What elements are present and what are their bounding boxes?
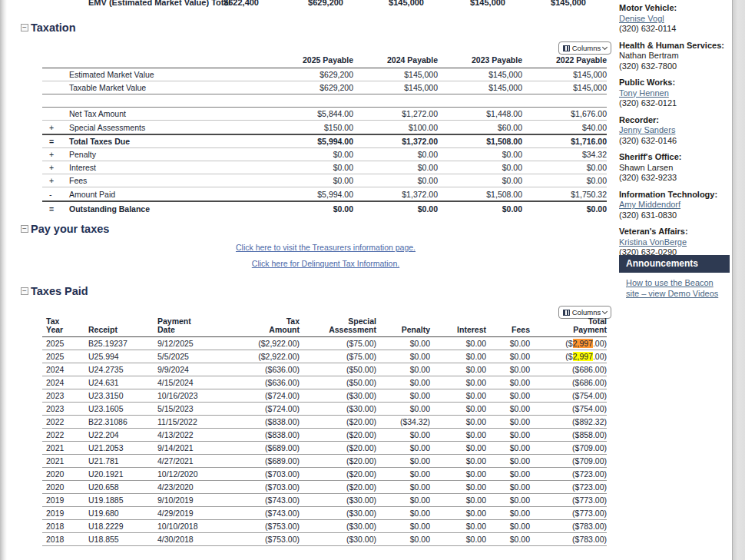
- row-label: Outstanding Balance: [69, 204, 269, 214]
- cell-total-payment: ($723.00): [530, 482, 607, 492]
- collapse-minus-icon[interactable]: [21, 24, 28, 31]
- contact-phone: (320) 632-0114: [619, 24, 731, 35]
- cell-tax-year: 2024: [42, 365, 88, 374]
- columns-dropdown-taxation[interactable]: Columns: [558, 41, 611, 55]
- contact-block: Sheriff's Office:Shawn Larsen(320) 632-9…: [619, 152, 731, 184]
- cell-payment-date: 11/15/2022: [157, 417, 215, 426]
- table-row: 2019U19.18859/10/2019($743.00)($30.00)$0…: [42, 494, 607, 507]
- column-header: Tax Amount: [215, 317, 300, 334]
- cell-fees: $0.00: [486, 509, 530, 518]
- beacon-demo-videos-link[interactable]: How to use the Beacon site – view Demo V…: [626, 277, 728, 299]
- row-operator: +: [42, 176, 69, 185]
- contact-department: Motor Vehicle:: [619, 3, 731, 14]
- cell-tax-year: 2025: [42, 339, 88, 348]
- cell-interest: $0.00: [430, 417, 486, 426]
- section-header-taxation[interactable]: Taxation: [21, 22, 76, 34]
- vertical-scrollbar[interactable]: [732, 0, 745, 560]
- collapse-minus-icon[interactable]: [21, 287, 28, 295]
- cell-interest: $0.00: [430, 404, 486, 413]
- table-row: -Amount Paid$5,994.00$1,372.00$1,508.00$…: [42, 187, 607, 200]
- row-label: Interest: [69, 163, 269, 172]
- contact-department: Veteran's Affairs:: [619, 227, 731, 237]
- column-header: Total Payment: [530, 317, 607, 334]
- contact-block: Motor Vehicle:Denise Vogl(320) 632-0114: [619, 3, 731, 35]
- table-row: 2020U20.6584/23/2020($703.00)($20.00)$0.…: [42, 481, 607, 494]
- contact-department: Sheriff's Office:: [619, 152, 731, 163]
- contact-block: Health & Human Services:Nathan Bertram(3…: [619, 41, 731, 72]
- column-header: 2025 Payable: [269, 55, 353, 65]
- cell-interest: $0.00: [430, 339, 486, 348]
- row-value: $0.00: [438, 150, 522, 159]
- row-label: Amount Paid: [69, 190, 269, 199]
- table-row: 2020U20.192110/12/2020($703.00)($20.00)$…: [42, 468, 607, 481]
- row-value: $1,372.00: [353, 137, 438, 146]
- cell-penalty: $0.00: [376, 495, 430, 505]
- chevron-down-icon: [602, 308, 608, 313]
- cell-penalty: $0.00: [376, 522, 430, 531]
- cell-interest: $0.00: [430, 495, 486, 505]
- contact-person-link[interactable]: Jenny Sanders: [619, 125, 675, 134]
- table-row: 2024U24.6314/15/2024($636.00)($50.00)$0.…: [42, 376, 607, 389]
- cell-penalty: $0.00: [376, 378, 430, 387]
- cell-interest: $0.00: [430, 469, 486, 479]
- column-header: Tax Year: [42, 317, 88, 334]
- cell-total-payment: ($709.00): [530, 443, 607, 452]
- cell-special-assessment: ($20.00): [300, 482, 376, 492]
- cell-tax-amount: ($703.00): [215, 469, 300, 479]
- cell-special-assessment: ($75.00): [300, 339, 376, 348]
- contact-person-link[interactable]: Denise Vogl: [619, 14, 664, 23]
- collapse-minus-icon[interactable]: [21, 225, 28, 233]
- table-spacer-row: [42, 94, 607, 108]
- column-header: Payment Date: [157, 317, 215, 334]
- row-value: $5,994.00: [269, 190, 353, 199]
- section-header-pay-your-taxes[interactable]: Pay your taxes: [21, 223, 109, 235]
- contact-person-name: Shawn Larsen: [619, 163, 731, 174]
- table-row: 2018U18.222910/10/2018($753.00)($30.00)$…: [42, 520, 607, 533]
- section-header-taxes-paid[interactable]: Taxes Paid: [21, 285, 88, 297]
- column-header: Fees: [486, 326, 530, 334]
- cell-receipt: U24.2735: [88, 365, 157, 374]
- cell-penalty: $0.00: [376, 482, 430, 492]
- search-highlight: 2,997: [573, 339, 593, 348]
- cell-payment-date: 4/29/2019: [157, 509, 215, 518]
- row-value: $145,000: [438, 83, 522, 92]
- table-row: 2022B22.3108611/15/2022($838.00)($20.00)…: [42, 416, 607, 429]
- table-row: =Outstanding Balance$0.00$0.00$0.00$0.00: [42, 200, 607, 215]
- cell-special-assessment: ($20.00): [300, 430, 376, 439]
- contact-department: Health & Human Services:: [619, 41, 731, 51]
- row-value: $0.00: [438, 204, 522, 214]
- table-row: 2023U23.315010/16/2023($724.00)($30.00)$…: [42, 389, 607, 403]
- pay-links: Click here to visit the Treasurers infor…: [6, 243, 645, 275]
- cell-receipt: U22.204: [88, 430, 157, 439]
- row-value: $0.00: [522, 163, 607, 172]
- table-row: =Total Taxes Due$5,994.00$1,372.00$1,508…: [42, 134, 607, 148]
- cell-penalty: $0.00: [376, 404, 430, 413]
- contact-person-link[interactable]: Kristina VonBerge: [619, 237, 687, 247]
- cell-payment-date: 9/9/2024: [157, 365, 215, 374]
- table-row: 2022U22.2044/13/2022($838.00)($20.00)$0.…: [42, 429, 607, 442]
- table-columns-icon: [563, 45, 570, 51]
- cell-receipt: U24.631: [88, 378, 157, 387]
- table-row: 2018U18.8554/30/2018($753.00)($30.00)$0.…: [42, 533, 607, 546]
- treasurers-info-link[interactable]: Click here to visit the Treasurers infor…: [6, 243, 645, 252]
- cell-payment-date: 9/12/2025: [157, 339, 215, 348]
- row-value: $1,448.00: [438, 109, 522, 118]
- cell-tax-amount: ($689.00): [215, 443, 300, 452]
- contact-person-link[interactable]: Amy Middendorf: [619, 200, 680, 209]
- cell-interest: $0.00: [430, 482, 486, 492]
- cell-fees: $0.00: [486, 495, 530, 505]
- contact-person-link[interactable]: Tony Hennen: [619, 88, 669, 98]
- row-label: Estimated Market Value: [69, 70, 269, 79]
- contact-department: Information Technology:: [619, 190, 731, 200]
- row-value: $34.32: [522, 150, 607, 159]
- cell-tax-amount: ($2,922.00): [215, 339, 300, 348]
- cell-total-payment: ($783.00): [530, 535, 607, 544]
- delinquent-tax-link[interactable]: Click here for Delinquent Tax Informatio…: [6, 259, 645, 268]
- row-value: $0.00: [353, 163, 438, 172]
- row-value: $0.00: [522, 204, 607, 214]
- row-value: $1,508.00: [438, 137, 522, 146]
- contact-block: Information Technology:Amy Middendorf(32…: [619, 190, 731, 221]
- contact-phone: (320) 632-0146: [619, 136, 731, 147]
- cell-payment-date: 4/23/2020: [157, 482, 215, 492]
- cell-interest: $0.00: [430, 443, 486, 452]
